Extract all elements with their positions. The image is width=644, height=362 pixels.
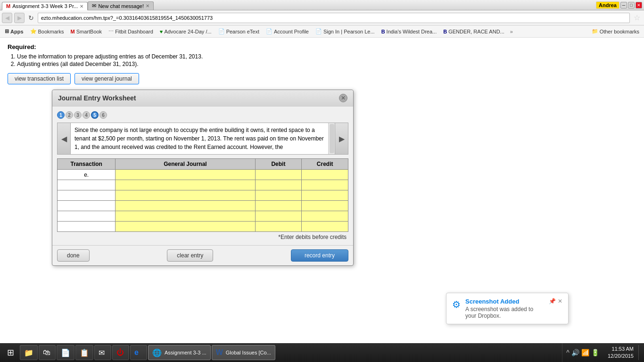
- taskbar-chrome-assignment[interactable]: 🌐 Assignment 3-3 ...: [148, 345, 211, 360]
- dropbox-pin-button[interactable]: 📌: [549, 298, 556, 304]
- bookmark-account[interactable]: 📄 Account Profile: [263, 27, 312, 36]
- credit-cell-2[interactable]: [302, 180, 348, 190]
- back-button[interactable]: ◀: [2, 13, 12, 23]
- show-desktop-button[interactable]: [638, 345, 642, 360]
- taskbar-ie[interactable]: e: [130, 345, 147, 360]
- debit-cell-2[interactable]: [255, 180, 302, 190]
- bookmark-signin[interactable]: 📄 Sign In | Pearson Le...: [313, 27, 378, 36]
- bookmark-star[interactable]: ☆: [632, 13, 642, 22]
- credit-cell-1[interactable]: [302, 170, 348, 180]
- credit-input-3[interactable]: [302, 190, 348, 200]
- tab-close-assignment[interactable]: ✕: [80, 4, 83, 9]
- taskbar-power[interactable]: ⏻: [112, 345, 129, 360]
- credit-input-4[interactable]: [302, 201, 348, 211]
- general-journal-cell-3[interactable]: [116, 190, 255, 201]
- step-2[interactable]: 2: [66, 111, 73, 119]
- general-journal-cell-2[interactable]: [116, 180, 255, 190]
- prev-arrow-button[interactable]: ◀: [58, 123, 71, 154]
- instruction-1: Use the information to prepare adjusting…: [17, 53, 636, 60]
- view-transaction-list-button[interactable]: view transaction list: [8, 73, 71, 84]
- tray-expand-icon[interactable]: ^: [566, 349, 570, 356]
- debit-cell-4[interactable]: [255, 201, 302, 211]
- credit-cell-4[interactable]: [302, 201, 348, 211]
- gender-label: GENDER, RACE AND...: [448, 29, 504, 34]
- taskbar-clock[interactable]: 11:53 AM 12/20/2015: [604, 346, 637, 360]
- step-3[interactable]: 3: [74, 111, 82, 119]
- gj-input-2[interactable]: [116, 180, 255, 190]
- debit-input-6[interactable]: [256, 222, 302, 231]
- bookmarks-more[interactable]: »: [508, 29, 515, 34]
- transaction-cell-4: [58, 201, 116, 211]
- step-5[interactable]: 5: [91, 111, 99, 119]
- volume-icon[interactable]: 🔊: [571, 349, 579, 356]
- close-button[interactable]: ✕: [636, 2, 642, 8]
- debit-input-5[interactable]: [256, 211, 302, 221]
- start-button[interactable]: ⊞: [2, 345, 19, 360]
- minimize-button[interactable]: ─: [620, 2, 627, 8]
- email-icon: ✉: [99, 348, 105, 357]
- bookmark-advocare[interactable]: ♥ Advocare 24-Day /...: [157, 27, 215, 36]
- credit-cell-5[interactable]: [302, 211, 348, 222]
- bookmark-smartbook[interactable]: M SmartBook: [68, 27, 105, 36]
- tab-chat[interactable]: ✉ New chat message! ✕: [88, 1, 154, 10]
- done-button[interactable]: done: [57, 249, 90, 262]
- general-journal-cell-6[interactable]: [116, 222, 255, 232]
- general-journal-cell-4[interactable]: [116, 201, 255, 211]
- view-general-journal-button[interactable]: view general journal: [74, 73, 139, 84]
- account-label: Account Profile: [274, 29, 309, 34]
- tab-assignment[interactable]: M Assignment 3-3 Week 3 Pr... ✕: [2, 2, 88, 10]
- bookmark-fitbit[interactable]: ⋯ Fitbit Dashboard: [106, 27, 156, 36]
- taskbar-store[interactable]: 🛍: [39, 345, 56, 360]
- general-journal-cell-1[interactable]: [116, 170, 255, 180]
- address-input[interactable]: [38, 13, 630, 23]
- bookmark-bookmarks[interactable]: ⭐ Bookmarks: [27, 27, 67, 36]
- taskbar: ⊞ 📁 🛍 📄 📋 ✉ ⏻ e 🌐 Assignment 3-3 ... W G…: [0, 343, 644, 362]
- debit-input-4[interactable]: [256, 201, 302, 211]
- general-journal-cell-5[interactable]: [116, 211, 255, 222]
- credit-input-6[interactable]: [302, 222, 348, 231]
- forward-button[interactable]: ▶: [14, 13, 25, 23]
- gj-input-1[interactable]: [116, 170, 255, 180]
- modal-close-button[interactable]: ✕: [339, 94, 347, 102]
- credit-input-1[interactable]: [302, 170, 348, 180]
- titlebar-controls: Andrea ─ □ ✕: [596, 1, 642, 9]
- bookmark-apps[interactable]: ⊞ Apps: [2, 27, 26, 36]
- battery-icon[interactable]: 🔋: [591, 349, 599, 356]
- debit-input-3[interactable]: [256, 190, 302, 200]
- gj-input-6[interactable]: [116, 222, 255, 231]
- step-6[interactable]: 6: [99, 111, 107, 119]
- taskbar-email[interactable]: ✉: [94, 345, 111, 360]
- debit-cell-5[interactable]: [255, 211, 302, 222]
- bookmark-gender[interactable]: B GENDER, RACE AND...: [440, 27, 507, 36]
- credit-input-2[interactable]: [302, 180, 348, 190]
- bookmark-india[interactable]: B India's Wildest Drea...: [379, 27, 440, 36]
- credit-input-5[interactable]: [302, 211, 348, 221]
- step-1[interactable]: 1: [57, 111, 65, 119]
- next-arrow-button[interactable]: ▶: [335, 123, 348, 154]
- step-4[interactable]: 4: [83, 111, 90, 119]
- record-entry-button[interactable]: record entry: [291, 249, 348, 262]
- debit-cell-3[interactable]: [255, 190, 302, 201]
- credit-cell-6[interactable]: [302, 222, 348, 232]
- network-icon[interactable]: 📶: [581, 349, 589, 356]
- taskbar-file-explorer[interactable]: 📁: [20, 345, 38, 360]
- bookmark-pearson[interactable]: 📄 Pearson eText: [215, 27, 262, 36]
- debit-cell-1[interactable]: [255, 170, 302, 180]
- credit-cell-3[interactable]: [302, 190, 348, 201]
- tab-close-chat[interactable]: ✕: [146, 3, 149, 8]
- maximize-button[interactable]: □: [628, 2, 635, 8]
- gj-input-4[interactable]: [116, 201, 255, 211]
- taskbar-task[interactable]: 📋: [75, 345, 93, 360]
- debit-cell-6[interactable]: [255, 222, 302, 232]
- dropbox-close-button[interactable]: ✕: [558, 298, 562, 304]
- debit-input-2[interactable]: [256, 180, 302, 190]
- gj-input-5[interactable]: [116, 211, 255, 221]
- taskbar-word-doc[interactable]: 📄: [57, 345, 74, 360]
- taskbar-word-global[interactable]: W Global Issues [Co...: [212, 345, 275, 360]
- bookmark-other[interactable]: 📁 Other bookmarks: [589, 27, 642, 36]
- gj-input-3[interactable]: [116, 190, 255, 200]
- clear-entry-button[interactable]: clear entry: [167, 249, 213, 262]
- debit-input-1[interactable]: [256, 170, 302, 180]
- refresh-button[interactable]: ↻: [26, 13, 36, 23]
- text-scrollbar[interactable]: [328, 123, 335, 154]
